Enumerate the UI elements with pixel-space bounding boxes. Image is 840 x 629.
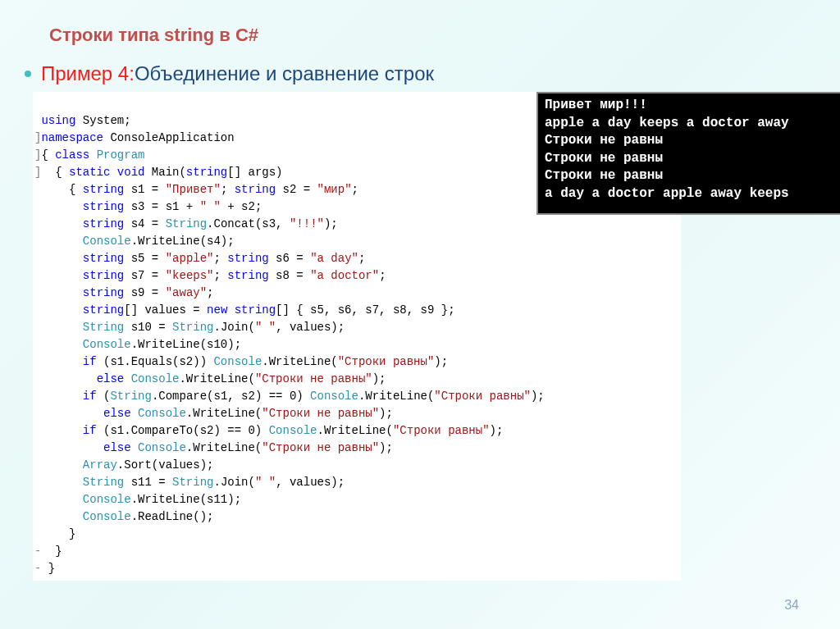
code-token: .WriteLine( (317, 424, 393, 437)
code-token (41, 390, 82, 403)
code-token: ); (531, 390, 545, 403)
code-token: string (83, 200, 124, 213)
console-line: Строки не равны (545, 150, 840, 168)
code-token: .Compare(s1, s2) == 0) (152, 390, 310, 403)
code-token: "Привет" (166, 183, 221, 196)
code-token: s7 = (124, 269, 165, 282)
console-output: Привет мир!!! apple a day keeps a doctor… (536, 92, 840, 215)
code-token: Array (83, 458, 117, 472)
code-token: Console (138, 407, 186, 420)
code-token: .Join( (213, 321, 254, 334)
code-token: .Sort(values); (117, 458, 214, 472)
code-token: ; (213, 252, 227, 265)
code-token (124, 372, 130, 385)
code-token: "Строки не равны" (262, 407, 379, 420)
code-token: "!!!" (290, 217, 324, 230)
code-token: (s1.CompareTo(s2) == 0) (97, 424, 269, 437)
code-token: "Строки не равны" (255, 372, 372, 385)
subtitle-row: Пример 4: Объединение и сравнение строк (25, 62, 807, 85)
code-token: ); (379, 441, 393, 454)
code-token: } (41, 545, 62, 558)
code-token: + s2; (221, 200, 262, 213)
code-token: Console (83, 338, 131, 351)
code-token: ); (372, 372, 386, 385)
code-token (41, 476, 82, 489)
code-token: string (227, 252, 268, 265)
code-token: if (83, 390, 97, 403)
code-token: s4 = (124, 217, 165, 230)
code-token (41, 424, 82, 437)
code-token: string (235, 183, 276, 196)
code-token: if (83, 355, 97, 368)
code-token: ; (207, 286, 213, 299)
code-token: s9 = (124, 286, 165, 299)
code-token: Console (131, 372, 180, 385)
code-token: { (41, 166, 69, 179)
code-token (41, 200, 82, 213)
code-token: s6 = (269, 252, 310, 265)
code-token: System; (75, 114, 130, 127)
code-token: static void (69, 166, 144, 179)
code-token (41, 286, 82, 299)
code-token: , values); (276, 476, 345, 489)
code-token (41, 235, 82, 248)
slide-title: Строки типа string в C# (49, 25, 807, 46)
code-token: s10 = (124, 321, 172, 334)
code-token: Console (269, 424, 317, 437)
code-token: s1 = (124, 183, 165, 196)
code-token: "a day" (310, 252, 358, 265)
code-token (41, 269, 82, 282)
code-token: string (83, 183, 124, 196)
code-token: ; (352, 183, 358, 196)
code-token: [] values = (124, 303, 207, 317)
code-token: Program (97, 148, 145, 162)
code-token: [] { s5, s6, s7, s8, s9 }; (276, 303, 454, 317)
code-token: .Concat(s3, (207, 217, 290, 230)
console-line: apple a day keeps a doctor away (545, 115, 840, 133)
code-token: "a doctor" (310, 269, 379, 282)
code-token: else (97, 372, 125, 385)
code-token: ConsoleApplication (103, 131, 235, 144)
code-token: ( (97, 390, 111, 403)
code-token: if (83, 424, 97, 437)
code-token: "Строки равны" (393, 424, 490, 437)
console-line: Привет мир!!! (545, 97, 840, 115)
code-token: Console (83, 493, 131, 506)
code-token: ); (324, 217, 338, 230)
code-token: class (55, 148, 89, 162)
code-token: string (83, 269, 124, 282)
code-token: ); (379, 407, 393, 420)
code-token: ); (490, 424, 504, 437)
code-token: new string (207, 303, 276, 317)
code-token: Console (138, 441, 186, 454)
code-token: { (41, 183, 82, 196)
code-token: s11 = (124, 476, 172, 489)
code-token: Console (83, 235, 131, 248)
code-token: String (172, 476, 213, 489)
code-token: String (83, 321, 124, 334)
code-token: ); (434, 355, 448, 368)
console-line: Строки не равны (545, 132, 840, 150)
code-token: .WriteLine(s4); (131, 235, 235, 248)
code-token: Console (310, 390, 358, 403)
code-token: string (83, 252, 124, 265)
code-token: .WriteLine( (262, 355, 337, 368)
code-token: .WriteLine(s10); (131, 338, 241, 351)
code-token: Console (83, 510, 131, 523)
code-token: ; (358, 252, 365, 265)
code-token (41, 441, 103, 454)
code-token: string (83, 303, 124, 317)
code-token: Main( (144, 166, 185, 179)
code-token (41, 458, 82, 472)
code-token: .WriteLine( (186, 441, 262, 454)
code-token (41, 321, 82, 334)
page-number: 34 (784, 598, 799, 613)
code-token (41, 372, 96, 385)
code-token (89, 148, 96, 162)
subtitle-text: Объединение и сравнение строк (135, 62, 434, 85)
code-token (41, 355, 82, 368)
code-token: string (83, 217, 124, 230)
code-token: " " (255, 476, 276, 489)
code-token: { (41, 148, 55, 162)
code-token: .WriteLine(s11); (131, 493, 241, 506)
